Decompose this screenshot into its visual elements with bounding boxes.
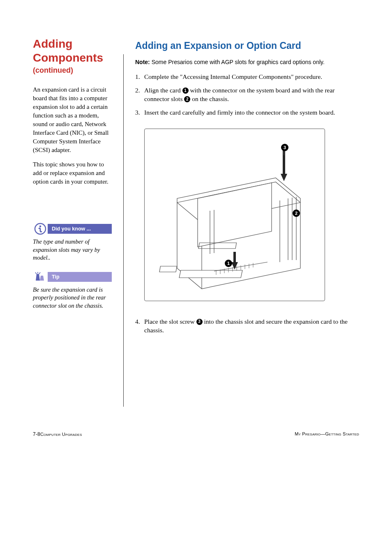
callout-number-3: 3 <box>196 319 203 325</box>
svg-line-6 <box>39 272 40 274</box>
step-4: Place the slot screw 3 into the chassis … <box>135 318 359 335</box>
expansion-card-illustration: 3 2 1 <box>144 129 325 301</box>
tip-body: Be sure the expansion card is properly p… <box>33 286 112 310</box>
note-text: Some Presarios come with AGP slots for g… <box>150 59 325 65</box>
page-footer: 7-8 Computer Upgrades My Presario—Gettin… <box>33 431 359 437</box>
step-1-text: Complete the "Accessing Internal Compute… <box>144 73 322 80</box>
intro-paragraph-1: An expansion card is a circuit board tha… <box>33 85 112 154</box>
step-4-text-a: Place the slot screw <box>144 318 196 325</box>
step-3-text: Insert the card carefully and firmly int… <box>144 109 335 116</box>
step-1: Complete the "Accessing Internal Compute… <box>135 73 359 81</box>
callout-number-2: 2 <box>184 96 190 102</box>
diagram-label-2: 2 <box>293 210 300 217</box>
svg-line-4 <box>35 272 37 274</box>
did-you-know-body: The type and number of expansion slots m… <box>33 238 112 262</box>
step-2-text-a: Align the card <box>144 87 182 94</box>
procedure-steps-continued: Place the slot screw 3 into the chassis … <box>135 318 359 335</box>
footer-left-text: Computer Upgrades <box>40 432 82 437</box>
procedure-title: Adding an Expansion or Option Card <box>135 40 359 51</box>
tip-icon <box>33 271 48 283</box>
tip-callout: Tip Be sure the expansion card is proper… <box>33 271 112 310</box>
note-line: Note: Some Presarios come with AGP slots… <box>135 59 359 65</box>
step-2-text-c: on the chassis. <box>190 95 229 102</box>
step-3: Insert the card carefully and firmly int… <box>135 108 359 117</box>
footer-page-number: 7-8 <box>33 431 40 437</box>
svg-marker-20 <box>281 174 287 181</box>
callout-number-1: 1 <box>182 88 189 94</box>
did-you-know-header: Did you know ... <box>48 224 112 234</box>
diagram-label-3: 3 <box>281 144 288 151</box>
diagram-label-1: 1 <box>225 260 232 267</box>
section-continued-label: (continued) <box>33 66 112 75</box>
did-you-know-callout: Did you know ... The type and number of … <box>33 223 112 262</box>
svg-rect-24 <box>159 266 177 272</box>
note-label: Note: <box>135 59 150 65</box>
svg-marker-2 <box>36 274 40 281</box>
section-main-title: Adding Components <box>33 37 112 64</box>
svg-marker-23 <box>231 262 238 269</box>
svg-rect-8 <box>179 270 242 278</box>
svg-point-1 <box>39 226 42 228</box>
chassis-diagram-icon <box>152 137 317 293</box>
svg-marker-3 <box>40 276 44 281</box>
intro-paragraph-2: This topic shows you how to add or repla… <box>33 160 112 186</box>
info-icon <box>33 223 48 235</box>
tip-header: Tip <box>48 272 112 282</box>
step-2: Align the card 1 with the connector on t… <box>135 86 359 104</box>
procedure-steps: Complete the "Accessing Internal Compute… <box>135 73 359 117</box>
footer-right-text: My Presario—Getting Started <box>295 431 359 437</box>
